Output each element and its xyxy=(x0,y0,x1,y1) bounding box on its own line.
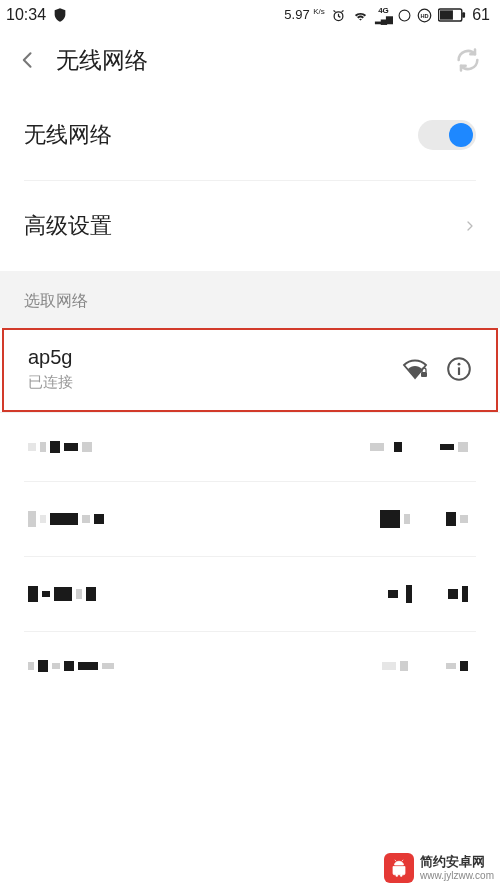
watermark: 简约安卓网 www.jylzww.com xyxy=(384,853,494,883)
status-bar: 10:34 5.97 K/s 4G ▂▄▆ HD 61 xyxy=(0,0,500,30)
cellular-icon: 4G ▂▄▆ xyxy=(375,6,392,24)
android-icon xyxy=(384,853,414,883)
advanced-settings-label: 高级设置 xyxy=(24,211,464,241)
wifi-network-item[interactable] xyxy=(0,482,500,556)
select-network-header: 选取网络 xyxy=(0,271,500,328)
status-right: 5.97 K/s 4G ▂▄▆ HD 61 xyxy=(284,6,490,24)
wifi-network-status: 已连接 xyxy=(28,373,388,392)
shield-icon xyxy=(52,7,68,23)
wifi-icon xyxy=(352,8,369,22)
battery-pct: 61 xyxy=(472,6,490,24)
back-icon[interactable] xyxy=(18,50,38,70)
page-header: 无线网络 xyxy=(0,30,500,90)
svg-point-9 xyxy=(458,363,461,366)
svg-rect-10 xyxy=(458,367,460,375)
watermark-url: www.jylzww.com xyxy=(420,870,494,881)
watermark-name: 简约安卓网 xyxy=(420,855,494,869)
wifi-toggle-row[interactable]: 无线网络 xyxy=(0,90,500,180)
volte-icon xyxy=(398,9,411,22)
wifi-network-item[interactable] xyxy=(0,557,500,631)
wifi-signal-lock-icon xyxy=(402,358,428,380)
refresh-icon[interactable] xyxy=(454,46,482,74)
wifi-toggle-label: 无线网络 xyxy=(24,120,418,150)
advanced-settings-row[interactable]: 高级设置 xyxy=(0,181,500,271)
status-speed: 5.97 K/s xyxy=(284,7,325,22)
status-time: 10:34 xyxy=(6,6,46,24)
alarm-icon xyxy=(331,8,346,23)
wifi-network-name: ap5g xyxy=(28,346,388,369)
info-icon[interactable] xyxy=(446,356,472,382)
svg-point-1 xyxy=(399,10,410,21)
battery-icon xyxy=(438,8,466,22)
svg-rect-6 xyxy=(440,10,453,19)
wifi-network-item[interactable] xyxy=(0,632,500,700)
svg-rect-5 xyxy=(462,12,465,18)
svg-rect-7 xyxy=(421,372,427,377)
chevron-right-icon xyxy=(464,217,476,235)
hd-icon: HD xyxy=(417,8,432,23)
wifi-network-item[interactable] xyxy=(0,413,500,481)
status-left: 10:34 xyxy=(6,6,68,24)
svg-text:HD: HD xyxy=(421,13,429,19)
wifi-network-connected[interactable]: ap5g 已连接 xyxy=(2,328,498,412)
page-title: 无线网络 xyxy=(56,45,148,76)
wifi-toggle[interactable] xyxy=(418,120,476,150)
